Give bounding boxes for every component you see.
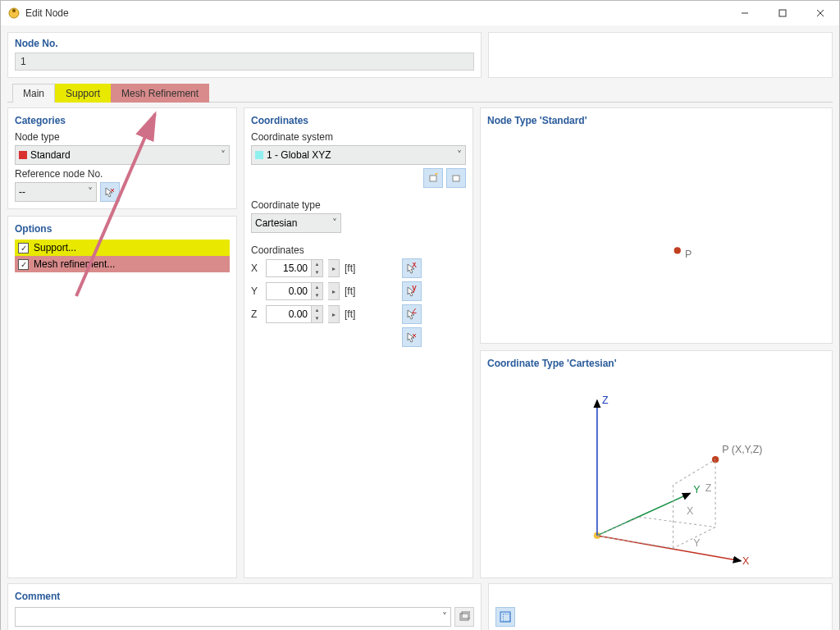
svg-rect-10 xyxy=(453,176,459,181)
coord-row-y: Y▲▼▸[ft]y xyxy=(251,281,466,301)
spin-up-icon[interactable]: ▲ xyxy=(311,283,322,291)
spin-up-icon[interactable]: ▲ xyxy=(311,306,322,314)
mesh-checkbox[interactable]: ✓ xyxy=(18,259,29,270)
coord-system-swatch-icon xyxy=(255,151,263,159)
tab-main[interactable]: Main xyxy=(12,84,55,103)
coord-type-diagram: Coordinate Type 'Cartesian' Z X xyxy=(480,350,833,578)
node-no-input[interactable] xyxy=(15,52,474,71)
axis-label: Z xyxy=(251,308,261,320)
node-type-diagram: Node Type 'Standard' P xyxy=(480,107,833,344)
svg-text:P (X,Y,Z): P (X,Y,Z) xyxy=(722,444,762,455)
pick-x-button[interactable]: x xyxy=(402,258,422,278)
categories-title: Categories xyxy=(15,115,230,126)
tab-mesh-refinement[interactable]: Mesh Refinement xyxy=(111,84,209,103)
coord-row-x: X▲▼▸[ft]x xyxy=(251,258,466,278)
p-label: P xyxy=(685,249,692,260)
pick-z-button[interactable]: z xyxy=(402,304,422,324)
unit-label: [ft] xyxy=(345,308,368,320)
options-title: Options xyxy=(15,223,230,235)
top-preview xyxy=(488,32,833,78)
spin-up-icon[interactable]: ▲ xyxy=(311,260,322,268)
svg-text:Z: Z xyxy=(602,395,609,406)
coord-x-input[interactable]: ▲▼ xyxy=(266,259,323,277)
axis-label: X xyxy=(251,262,261,274)
categories-panel: Categories Node type Standard ˅ Referenc… xyxy=(7,107,237,209)
svg-text:X: X xyxy=(742,555,749,567)
titlebar: Edit Node xyxy=(1,1,839,25)
tab-support[interactable]: Support xyxy=(55,84,111,103)
node-type-diagram-title: Node Type 'Standard' xyxy=(487,115,825,126)
coord-z-input[interactable]: ▲▼ xyxy=(266,305,323,323)
svg-text:X: X xyxy=(687,505,693,517)
svg-rect-8 xyxy=(430,176,436,181)
node-no-label: Node No. xyxy=(15,38,474,49)
step-button[interactable]: ▸ xyxy=(328,305,340,323)
node-type-label: Node type xyxy=(15,131,230,143)
mesh-label: Mesh refinement... xyxy=(34,258,115,270)
pick-y-button[interactable]: y xyxy=(402,281,422,301)
node-type-combo[interactable]: Standard ˅ xyxy=(15,145,230,165)
coord-type-combo[interactable]: Cartesian ˅ xyxy=(251,213,341,233)
comment-title: Comment xyxy=(15,591,474,602)
svg-point-16 xyxy=(674,247,681,253)
coord-row-z: Z▲▼▸[ft]z xyxy=(251,304,466,324)
svg-rect-3 xyxy=(779,10,786,16)
chevron-down-icon: ˅ xyxy=(332,217,337,229)
svg-text:y: y xyxy=(412,285,417,293)
close-button[interactable] xyxy=(801,1,839,25)
coordinates-panel: Coordinates Coordinate system 1 - Global… xyxy=(244,107,473,578)
svg-text:Y: Y xyxy=(693,485,700,496)
pick-coord-button[interactable] xyxy=(402,327,422,347)
node-no-section: Node No. xyxy=(7,32,482,78)
svg-text:x: x xyxy=(412,262,417,270)
coord-type-diagram-title: Coordinate Type 'Cartesian' xyxy=(487,358,825,369)
comment-library-button[interactable] xyxy=(454,607,474,627)
edit-coord-system-button[interactable] xyxy=(446,168,466,188)
app-icon xyxy=(7,7,21,20)
support-checkbox-row[interactable]: ✓ Support... xyxy=(15,240,230,256)
node-type-swatch-icon xyxy=(19,151,27,159)
unit-label: [ft] xyxy=(345,285,368,297)
spin-down-icon[interactable]: ▼ xyxy=(311,291,322,299)
coord-xyz-title: Coordinates xyxy=(251,244,466,256)
spin-down-icon[interactable]: ▼ xyxy=(311,268,322,276)
support-checkbox[interactable]: ✓ xyxy=(18,243,29,253)
ref-node-combo[interactable]: -- ˅ xyxy=(15,182,97,202)
comment-combo[interactable]: ˅ xyxy=(15,607,451,627)
coord-y-input[interactable]: ▲▼ xyxy=(266,282,323,300)
new-coord-system-button[interactable] xyxy=(423,168,443,188)
svg-text:⬚: ⬚ xyxy=(502,611,511,623)
edit-node-dialog: Edit Node Node No. Main Support Mesh Ref… xyxy=(0,0,840,630)
spin-down-icon[interactable]: ▼ xyxy=(311,314,322,322)
svg-point-1 xyxy=(12,9,16,12)
chevron-down-icon: ˅ xyxy=(88,186,93,198)
svg-text:Z: Z xyxy=(705,483,712,495)
options-panel: Options ✓ Support... ✓ Mesh refinement..… xyxy=(7,216,237,578)
minimize-button[interactable] xyxy=(726,1,764,25)
coord-type-label: Coordinate type xyxy=(251,199,466,211)
chevron-down-icon: ˅ xyxy=(221,149,226,161)
unit-label: [ft] xyxy=(345,262,368,274)
svg-text:z: z xyxy=(412,308,417,316)
svg-text:Y: Y xyxy=(693,537,700,549)
coord-system-combo[interactable]: 1 - Global XYZ ˅ xyxy=(251,145,466,165)
coordinates-title: Coordinates xyxy=(251,115,466,126)
right-bottom-panel: ⬚ xyxy=(488,583,833,630)
chevron-down-icon: ˅ xyxy=(457,149,462,161)
tab-row: Main Support Mesh Refinement xyxy=(7,83,833,103)
units-button[interactable]: ⬚ xyxy=(495,607,515,627)
maximize-button[interactable] xyxy=(764,1,801,25)
chevron-down-icon: ˅ xyxy=(442,611,447,623)
support-label: Support... xyxy=(34,242,76,253)
mesh-checkbox-row[interactable]: ✓ Mesh refinement... xyxy=(15,256,230,272)
axis-label: Y xyxy=(251,285,261,297)
pick-ref-node-button[interactable] xyxy=(100,182,120,202)
step-button[interactable]: ▸ xyxy=(328,282,340,300)
comment-panel: Comment ˅ xyxy=(7,583,482,630)
coord-system-label: Coordinate system xyxy=(251,131,466,143)
ref-node-label: Reference node No. xyxy=(15,168,230,180)
window-title: Edit Node xyxy=(25,7,726,19)
step-button[interactable]: ▸ xyxy=(328,259,340,277)
